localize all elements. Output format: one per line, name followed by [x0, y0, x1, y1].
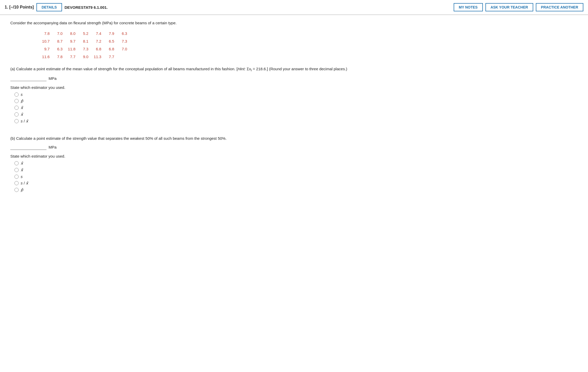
- part-a-option-phat[interactable]: p̂: [14, 99, 578, 103]
- my-notes-button[interactable]: MY NOTES: [454, 3, 483, 11]
- part-a-label-sxbar: s / x̄: [21, 119, 28, 123]
- part-a-radio-phat[interactable]: [14, 99, 19, 103]
- header-left: 1. [–/10 Points] DETAILS DEVORESTAT9 6.1…: [5, 3, 450, 11]
- data-val: 8.0: [67, 30, 75, 37]
- header-right: MY NOTES ASK YOUR TEACHER PRACTICE ANOTH…: [454, 3, 583, 11]
- practice-another-button[interactable]: PRACTICE ANOTHER: [536, 3, 583, 11]
- problem-code: DEVORESTAT9 6.1.001.: [65, 5, 108, 10]
- data-val: 7.8: [41, 30, 50, 37]
- data-row-1: 7.8 7.0 8.0 5.2 7.4 7.9 6.3: [41, 30, 578, 37]
- part-b-text: (b) Calculate a point estimate of the st…: [10, 135, 578, 142]
- data-val: 8.1: [80, 37, 88, 45]
- data-val: 6.5: [106, 37, 114, 45]
- part-b-radio-s[interactable]: [14, 175, 19, 179]
- part-b-label-phat: p̂: [21, 188, 23, 192]
- data-val: 6.3: [54, 45, 63, 53]
- part-b-option-phat[interactable]: p̂: [14, 188, 578, 192]
- data-val: 8.7: [54, 37, 63, 45]
- data-val: 9.7: [41, 45, 50, 53]
- data-val: 10.7: [41, 37, 50, 45]
- part-a-radio-xtilde[interactable]: [14, 106, 19, 110]
- data-val: 7.9: [106, 30, 114, 37]
- part-a-option-sxbar[interactable]: s / x̄: [14, 119, 578, 123]
- part-a-input[interactable]: [10, 75, 47, 81]
- part-b-label-s: s: [21, 174, 23, 179]
- part-a-label-phat: p̂: [21, 99, 23, 103]
- data-row-4: 11.6 7.8 7.7 9.0 11.3 7.7: [41, 53, 578, 61]
- part-b-state-label: State which estimator you used.: [10, 154, 578, 158]
- part-a-text: (a) Calculate a point estimate of the me…: [10, 66, 578, 73]
- part-b-input[interactable]: [10, 144, 47, 150]
- part-b-answer-row: MPa: [10, 144, 578, 150]
- data-val: 9.0: [80, 53, 88, 61]
- data-val: 7.7: [67, 53, 75, 61]
- part-a-unit: MPa: [49, 76, 57, 81]
- data-val: 6.3: [119, 30, 127, 37]
- details-button[interactable]: DETAILS: [36, 3, 62, 11]
- part-b-option-xtilde[interactable]: x̃: [14, 168, 578, 172]
- part-b-radio-group: x̄ x̃ s s / x̄ p̂: [14, 161, 578, 192]
- part-a-radio-xbar[interactable]: [14, 112, 19, 117]
- part-a-radio-group: s p̂ x̃ x̄ s / x̄: [14, 92, 578, 123]
- part-b-radio-phat[interactable]: [14, 188, 19, 192]
- intro-text: Consider the accompanying data on flexur…: [10, 21, 578, 25]
- part-b-radio-xbar[interactable]: [14, 161, 19, 165]
- part-b-radio-xtilde[interactable]: [14, 168, 19, 172]
- part-b-label-xtilde: x̃: [21, 168, 23, 172]
- data-val: 7.8: [54, 53, 63, 61]
- data-val: 11.8: [67, 45, 75, 53]
- part-a-label-xtilde: x̃: [21, 105, 23, 110]
- data-val: 6.8: [106, 45, 114, 53]
- data-val: 5.2: [80, 30, 88, 37]
- part-a-answer-row: MPa: [10, 75, 578, 81]
- content: Consider the accompanying data on flexur…: [0, 15, 588, 210]
- data-val: 7.0: [54, 30, 63, 37]
- data-val: 7.2: [93, 37, 101, 45]
- data-row-2: 10.7 8.7 9.7 8.1 7.2 6.5 7.3: [41, 37, 578, 45]
- data-row-3: 9.7 6.3 11.8 7.3 6.8 6.8 7.0: [41, 45, 578, 53]
- data-val: 11.6: [41, 53, 50, 61]
- part-b-unit: MPa: [49, 145, 57, 149]
- header: 1. [–/10 Points] DETAILS DEVORESTAT9 6.1…: [0, 0, 588, 15]
- data-val: 11.3: [93, 53, 101, 61]
- part-a-option-xtilde[interactable]: x̃: [14, 105, 578, 110]
- ask-teacher-button[interactable]: ASK YOUR TEACHER: [485, 3, 533, 11]
- part-a-label-xbar: x̄: [21, 112, 23, 117]
- data-val: 7.3: [80, 45, 88, 53]
- part-a-state-label: State which estimator you used.: [10, 85, 578, 90]
- data-val: 6.8: [93, 45, 101, 53]
- part-b-label-xbar: x̄: [21, 161, 23, 166]
- data-table: 7.8 7.0 8.0 5.2 7.4 7.9 6.3 10.7 8.7 9.7…: [41, 30, 578, 61]
- part-b-radio-sxbar[interactable]: [14, 181, 19, 185]
- data-val: 7.0: [119, 45, 127, 53]
- question-number: 1. [–/10 Points]: [5, 5, 34, 10]
- part-a-radio-s[interactable]: [14, 92, 19, 97]
- data-val: 7.4: [93, 30, 101, 37]
- part-a-label-s: s: [21, 92, 23, 97]
- part-b-option-sxbar[interactable]: s / x̄: [14, 181, 578, 185]
- part-a-option-xbar[interactable]: x̄: [14, 112, 578, 117]
- part-b-label-sxbar: s / x̄: [21, 181, 28, 185]
- data-val: 7.7: [106, 53, 114, 61]
- part-a-radio-sxbar[interactable]: [14, 119, 19, 123]
- part-b-option-xbar[interactable]: x̄: [14, 161, 578, 166]
- data-val: 7.3: [119, 37, 127, 45]
- part-a-option-s[interactable]: s: [14, 92, 578, 97]
- part-b-option-s[interactable]: s: [14, 174, 578, 179]
- data-val: 9.7: [67, 37, 75, 45]
